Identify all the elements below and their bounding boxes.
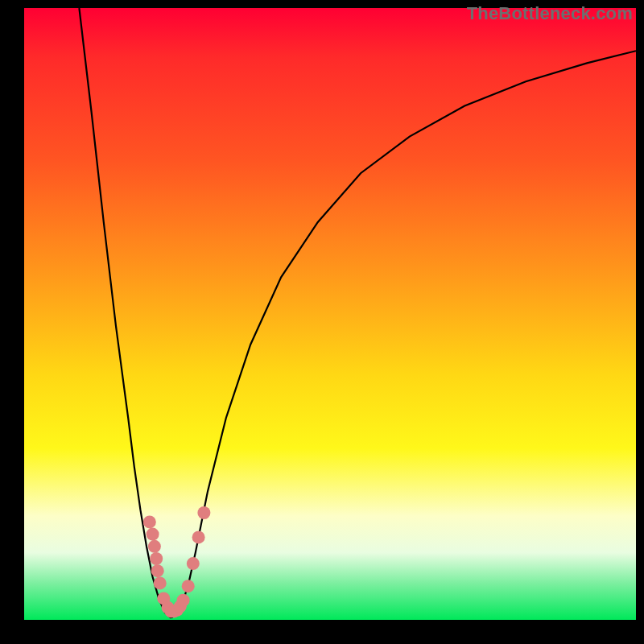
chart-frame: TheBottleneck.com — [0, 0, 644, 644]
data-marker — [150, 552, 163, 565]
data-marker — [147, 528, 159, 541]
data-marker — [187, 557, 200, 570]
data-marker — [177, 594, 190, 607]
curve-left-path — [79, 8, 171, 618]
marker-group — [143, 506, 211, 617]
plot-area — [24, 8, 636, 620]
data-marker — [151, 564, 164, 577]
data-marker — [197, 506, 210, 519]
data-marker — [182, 580, 195, 592]
data-marker — [148, 540, 161, 553]
bottleneck-curve — [24, 8, 636, 620]
watermark-text: TheBottleneck.com — [467, 3, 633, 24]
data-marker — [143, 515, 156, 528]
data-marker — [192, 530, 205, 543]
curve-right-path — [171, 51, 636, 618]
data-marker — [154, 576, 167, 589]
